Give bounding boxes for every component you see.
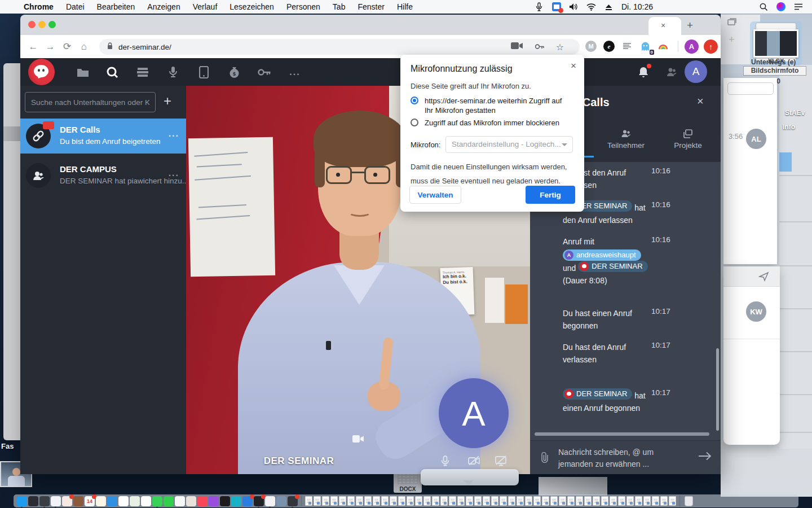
dock-maps-icon[interactable]	[130, 496, 140, 506]
eject-icon[interactable]	[604, 2, 614, 11]
dock-screen-tool-icon[interactable]	[288, 496, 298, 506]
bookmark-star-icon[interactable]: ☆	[556, 42, 564, 52]
vertical-scrollbar[interactable]	[716, 348, 719, 431]
dock-dictionary-icon[interactable]	[73, 496, 83, 506]
dock-document-icon[interactable]	[491, 496, 498, 506]
conversation-der-calls[interactable]: DER Calls Du bist dem Anruf beigetreten …	[20, 119, 186, 154]
dock-photos-classic-icon[interactable]	[62, 496, 72, 506]
back-button[interactable]: ←	[25, 41, 42, 52]
dock-notes-icon[interactable]	[96, 496, 106, 506]
dock-document-icon[interactable]	[593, 496, 600, 506]
send-message-icon[interactable]	[698, 451, 712, 463]
money-icon[interactable]: $	[227, 65, 241, 80]
tablet-icon[interactable]	[196, 65, 211, 80]
url-text[interactable]: der-seminar.de/	[118, 43, 171, 51]
dock-document-icon[interactable]	[398, 496, 405, 506]
dock-calendar-icon[interactable]: 14	[85, 496, 95, 506]
user-mention-chip[interactable]: Aandreasweishaupt	[563, 249, 641, 261]
dock-document-icon[interactable]	[508, 496, 515, 506]
dock-photo-booth-icon[interactable]	[186, 496, 196, 506]
dock-document-icon[interactable]	[474, 496, 482, 506]
dock-document-icon[interactable]	[347, 496, 355, 506]
dock-document-icon[interactable]	[517, 496, 524, 506]
add-conversation-button[interactable]: +	[164, 93, 171, 109]
dock-photos-icon[interactable]	[141, 496, 151, 506]
screenshare-off-icon[interactable]	[495, 456, 507, 468]
notification-center-icon[interactable]	[793, 2, 803, 11]
dock-document-icon[interactable]	[669, 496, 676, 506]
menu-hilfe[interactable]: Hilfe	[397, 2, 413, 11]
microphone-select[interactable]: Standardeinstellung - Logitech...	[445, 136, 573, 153]
dock-document-icon[interactable]	[660, 496, 668, 506]
seminar-mention-chip[interactable]: DER SEMINAR	[578, 261, 647, 272]
attachment-paperclip-icon[interactable]	[540, 452, 549, 465]
close-tab-icon[interactable]: ×	[661, 21, 665, 30]
dock-document-icon[interactable]	[559, 496, 566, 506]
close-panel-icon[interactable]: ×	[697, 95, 704, 108]
browser-profile-avatar[interactable]: A	[685, 40, 699, 54]
extension-rainbow-icon[interactable]	[657, 41, 669, 52]
password-key-icon[interactable]	[535, 42, 545, 52]
home-button[interactable]: ⌂	[76, 41, 92, 52]
dock-document-icon[interactable]	[305, 496, 312, 506]
dock-document-icon[interactable]	[432, 496, 439, 506]
dock-document-icon[interactable]	[407, 496, 414, 506]
dock-document-icon[interactable]	[330, 496, 338, 506]
dock-document-icon[interactable]	[576, 496, 583, 506]
contacts-icon[interactable]	[664, 65, 679, 80]
done-button[interactable]: Fertig	[526, 186, 575, 204]
dock-document-icon[interactable]	[390, 496, 397, 506]
desktop-file-rename-field[interactable]: Bildschirmfoto	[743, 66, 806, 76]
conversation-der-campus[interactable]: DER CAMPUS DER SEMINAR hat piawichert hi…	[20, 158, 186, 193]
zoom-window-button[interactable]	[48, 21, 56, 28]
dock-document-icon[interactable]	[373, 496, 380, 506]
dock-document-icon[interactable]	[457, 496, 465, 506]
reload-button[interactable]: ⟳	[59, 41, 76, 52]
forward-button[interactable]: →	[42, 41, 59, 52]
dock-document-icon[interactable]	[550, 496, 558, 506]
dock-teamviewer-icon[interactable]	[242, 496, 253, 506]
menu-bearbeiten[interactable]: Bearbeiten	[97, 2, 135, 11]
radio-selected-icon[interactable]	[411, 97, 418, 104]
browser-tab[interactable]: ×	[648, 17, 681, 35]
dock-facetime-icon[interactable]	[164, 496, 174, 506]
radio-block-option[interactable]: Zugriff auf das Mikrofon immer blockiere…	[411, 118, 571, 128]
dock-podcasts-icon[interactable]	[209, 496, 219, 506]
teamviewer-menubar-icon[interactable]	[552, 2, 561, 11]
dock-obs-icon[interactable]	[254, 496, 264, 506]
extension-lines-icon[interactable]	[621, 41, 633, 52]
menu-lesezeichen[interactable]: Lesezeichen	[230, 2, 274, 11]
desktop-file-staev[interactable]: StAEv	[785, 109, 805, 117]
composer-placeholder[interactable]: Nachricht schreiben, @ um jemanden zu er…	[558, 446, 682, 470]
desktop-file-fas[interactable]: Fas	[1, 442, 14, 450]
tab-teilnehmer[interactable]: Teilnehmer	[595, 129, 657, 150]
dock-trash-icon[interactable]	[685, 496, 693, 506]
close-dialog-icon[interactable]: ×	[571, 60, 576, 72]
message-composer[interactable]: Nachricht schreiben, @ um jemanden zu er…	[530, 440, 721, 474]
dock-document-icon[interactable]	[525, 496, 532, 506]
menubar-clock[interactable]: Di. 10:26	[621, 2, 653, 11]
conversation-search-input[interactable]	[25, 92, 156, 112]
desktop-file-label[interactable]: Unterwegs (e)	[751, 58, 796, 66]
conversation-more-button[interactable]: ...	[169, 129, 179, 139]
dock-document-icon[interactable]	[466, 496, 473, 506]
dock-document-icon[interactable]	[626, 496, 634, 506]
dock-music-icon[interactable]	[197, 496, 208, 506]
lock-icon[interactable]	[107, 42, 113, 52]
dock-document-icon[interactable]	[423, 496, 431, 506]
dock-apple-tv-icon[interactable]	[220, 496, 230, 506]
menu-tab[interactable]: Tab	[333, 2, 346, 11]
dock-document-icon[interactable]	[533, 496, 541, 506]
address-bar[interactable]: der-seminar.de/ ☆	[99, 39, 580, 55]
menu-personen[interactable]: Personen	[286, 2, 320, 11]
dock-messages-icon[interactable]	[152, 496, 162, 506]
dock-document-icon[interactable]	[652, 496, 659, 506]
extension-onetab-icon[interactable]: ↑	[704, 40, 718, 54]
dock-document-icon[interactable]	[618, 496, 625, 506]
seminar-mention-chip[interactable]: DER SEMINAR	[563, 388, 632, 400]
dock-launchpad-icon[interactable]	[39, 496, 50, 506]
dock-document-icon[interactable]	[339, 496, 346, 506]
dock-document-icon[interactable]	[635, 496, 642, 506]
dock-document-icon[interactable]	[449, 496, 456, 506]
microphone-icon[interactable]	[166, 65, 180, 80]
